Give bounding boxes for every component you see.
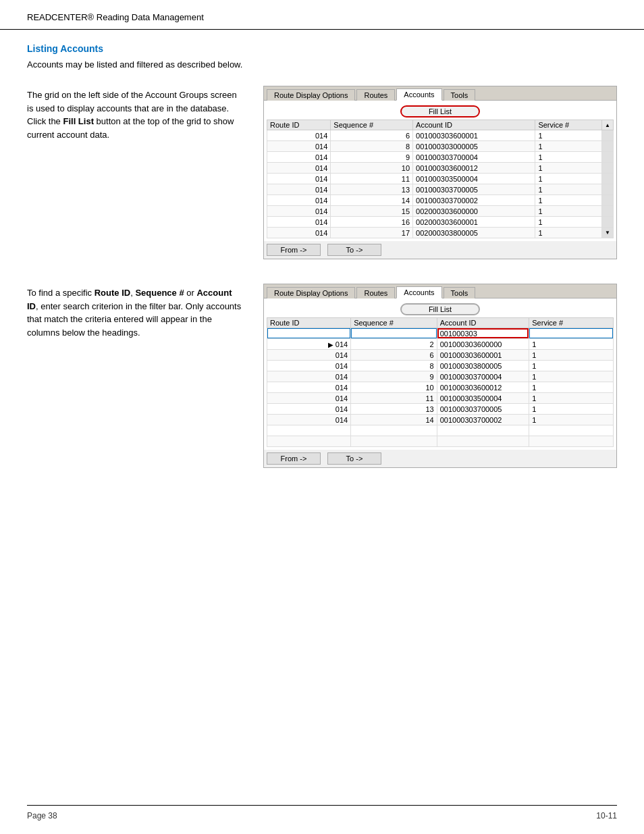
table-row: 01490010003037000041 — [267, 152, 614, 163]
scroll-cell — [602, 206, 614, 217]
table-cell: 1 — [535, 206, 602, 217]
table-cell: 001000303700002 — [413, 195, 535, 206]
table-cell: 11 — [351, 393, 437, 404]
table-cell: 9 — [331, 152, 413, 163]
table-cell: 014 — [267, 371, 351, 382]
example2-from-btn[interactable]: From -> — [267, 452, 321, 465]
header-subtitle: Reading Data Management — [94, 12, 204, 22]
table-row: 014100010003036000121 — [267, 382, 614, 393]
example2-tab-bar: Route Display Options Routes Accounts To… — [264, 284, 616, 298]
table-cell: 1 — [529, 415, 614, 425]
table-row: 01480010003038000051 — [267, 361, 614, 371]
table-cell-empty — [437, 425, 529, 436]
table-cell: 1 — [535, 163, 602, 174]
scroll-cell — [602, 184, 614, 195]
section-heading: Listing Accounts — [27, 43, 617, 54]
tab-routes-1[interactable]: Routes — [356, 89, 395, 101]
example2-fill-list-bar: Fill List — [267, 301, 614, 317]
main-content: Listing Accounts Accounts may be listed … — [0, 30, 644, 506]
table-cell: 8 — [351, 361, 437, 371]
header: READCENTER® Reading Data Management — [0, 0, 644, 30]
table-cell: 1 — [535, 217, 602, 228]
example2-fill-list-btn[interactable]: Fill List — [400, 303, 480, 315]
table-cell: 001000303000005 — [413, 141, 535, 152]
scroll-cell — [602, 130, 614, 141]
table-cell: 014 — [267, 382, 351, 393]
example1-data-table: Route ID Sequence # Account ID Service #… — [267, 120, 614, 238]
table-cell: 014 — [267, 130, 331, 141]
table-cell: 13 — [351, 404, 437, 415]
tab-routes-2[interactable]: Routes — [356, 287, 395, 298]
example2-col-seqnum: Sequence # — [351, 318, 437, 328]
example2-col-accountid: Account ID — [437, 318, 529, 328]
example1-col-routeid: Route ID — [267, 120, 331, 130]
example2-window: Route Display Options Routes Accounts To… — [263, 284, 617, 468]
table-cell: 014 — [267, 217, 331, 228]
scroll-cell — [602, 152, 614, 163]
example1-fill-list-btn[interactable]: Fill List — [400, 105, 480, 118]
tab-route-display-1[interactable]: Route Display Options — [267, 89, 355, 101]
example1-scroll-col: ▲ — [602, 120, 614, 130]
table-row: 014130010003037000051 — [267, 184, 614, 195]
example2-header-row: Route ID Sequence # Account ID Service # — [267, 318, 614, 328]
table-cell: 1 — [535, 184, 602, 195]
example-block-1: The grid on the left side of the Account… — [27, 86, 617, 259]
example2-data-table: Route ID Sequence # Account ID Service # — [267, 317, 614, 447]
table-row: 014110010003035000041 — [267, 174, 614, 184]
tab-tools-2[interactable]: Tools — [444, 287, 476, 298]
example2-desc-intro: To find a specific — [27, 288, 95, 298]
example2-to-btn[interactable]: To -> — [327, 452, 381, 465]
header-title: READCENTER® Reading Data Management — [27, 12, 204, 22]
header-brand: READCENTER — [27, 12, 88, 22]
example2-filter-seqnum-input[interactable] — [351, 328, 437, 338]
scroll-cell — [602, 217, 614, 228]
table-cell: 014 — [267, 228, 331, 238]
table-row: 01460010003036000011 — [267, 130, 614, 141]
example2-col-routeid: Route ID — [267, 318, 351, 328]
table-row-empty — [267, 425, 614, 436]
example1-col-accountid: Account ID — [413, 120, 535, 130]
example2-filter-servicenum-input[interactable] — [529, 328, 613, 338]
table-cell: 1 — [529, 382, 614, 393]
example2-filter-routeid — [267, 328, 351, 339]
example2-filter-accountid-input[interactable] — [437, 328, 529, 338]
table-cell: 001000303600001 — [437, 350, 529, 361]
example1-screenshot: Route Display Options Routes Accounts To… — [263, 86, 617, 259]
table-cell: 001000303700005 — [413, 184, 535, 195]
example1-from-btn[interactable]: From -> — [267, 244, 321, 256]
example2-filter-routeid-input[interactable] — [267, 328, 350, 338]
table-cell: 17 — [331, 228, 413, 238]
example1-grid-area: Fill List Route ID Sequence # — [264, 101, 616, 241]
table-cell: 014 — [267, 141, 331, 152]
table-cell: 14 — [351, 415, 437, 425]
footer: Page 38 10-11 — [27, 805, 617, 820]
table-cell: 014 — [267, 415, 351, 425]
table-cell: 1 — [529, 404, 614, 415]
example1-table-wrapper: Route ID Sequence # Account ID Service #… — [267, 120, 614, 238]
table-cell-empty — [437, 436, 529, 447]
tab-route-display-2[interactable]: Route Display Options — [267, 287, 355, 298]
footer-left: Page 38 — [27, 811, 57, 820]
table-row-empty — [267, 436, 614, 447]
table-row: ▶ 01420010003036000001 — [267, 339, 614, 350]
page-container: READCENTER® Reading Data Management List… — [0, 0, 644, 834]
example2-grid-area: Fill List Route ID Sequence # Account ID… — [264, 298, 616, 450]
table-row: 014170020003038000051▼ — [267, 228, 614, 238]
table-cell: 11 — [331, 174, 413, 184]
table-cell: 001000303700002 — [437, 415, 529, 425]
tab-accounts-1[interactable]: Accounts — [396, 88, 441, 101]
example1-to-btn[interactable]: To -> — [327, 244, 381, 256]
scroll-cell — [602, 163, 614, 174]
table-cell: 014 — [267, 163, 331, 174]
tab-accounts-2[interactable]: Accounts — [396, 286, 441, 298]
table-cell: 002000303800005 — [413, 228, 535, 238]
example2-filter-seqnum — [351, 328, 437, 339]
table-cell: 10 — [331, 163, 413, 174]
table-cell: 14 — [331, 195, 413, 206]
example2-filter-accountid — [437, 328, 529, 339]
tab-tools-1[interactable]: Tools — [444, 89, 476, 101]
example1-table-container: Route ID Sequence # Account ID Service #… — [267, 120, 614, 238]
table-cell: 1 — [535, 228, 602, 238]
scroll-cell — [602, 174, 614, 184]
table-row: 014160020003036000011 — [267, 217, 614, 228]
